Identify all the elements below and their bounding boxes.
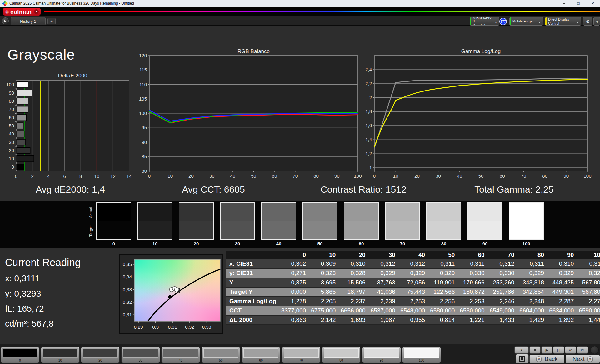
cie-xtick: 0,3 (152, 324, 159, 330)
minimize-button[interactable]: – (557, 0, 571, 7)
table-cell: 1,433 (490, 316, 519, 324)
back-label: Back (544, 356, 558, 362)
row-label: Y (226, 278, 281, 287)
back-button[interactable]: « Back (529, 355, 564, 363)
pattern-panel-up-button[interactable]: ▲ (514, 346, 529, 354)
tab-history-1[interactable]: History 1 (11, 17, 46, 25)
grayscale-swatch-80: 80 (426, 202, 461, 246)
chart-xtick: 10 (168, 173, 173, 179)
pattern-button-80[interactable]: 80 (322, 347, 361, 363)
settings-gear-button[interactable]: ⚙ (583, 17, 592, 26)
chart-xtick: 80 (313, 173, 319, 179)
pattern-label: 90 (362, 358, 401, 362)
pattern-button-60[interactable]: 60 (242, 347, 280, 363)
pattern-color-patch (243, 348, 278, 358)
cie-ytick: 0,34 (123, 274, 132, 279)
actual-patch (303, 203, 337, 221)
swatch-label: 90 (468, 241, 502, 246)
add-tab-button[interactable]: + (48, 18, 56, 24)
pattern-source-selector[interactable]: Mobile Forge ▼ (509, 17, 543, 26)
close-button[interactable]: ✕ (586, 0, 600, 7)
chart-ytick: 100 (139, 111, 147, 116)
status-indicator-light (591, 346, 599, 354)
measurement-table: 0102030405060708090100x: CIE310,3020,309… (226, 251, 571, 325)
pattern-button-40[interactable]: 40 (161, 347, 200, 363)
actual-patch (427, 203, 461, 221)
next-chevron-icon: » (587, 356, 593, 362)
row-label: ΔE 2000 (226, 316, 281, 324)
deltae-ytick: 10 (9, 156, 14, 161)
display-control-selector[interactable]: Direct Display Control ▼ (545, 17, 581, 26)
table-cell: 0,271 (281, 269, 311, 278)
pattern-button-50[interactable]: 50 (202, 347, 240, 363)
cie-xtick: 0,32 (185, 324, 194, 330)
table-cell: 2,237 (341, 297, 370, 306)
table-cell: 1,087 (371, 316, 400, 324)
table-cell: 1,892 (549, 316, 579, 324)
avg-cct-stat: Avg CCT: 6605 (182, 184, 245, 195)
grayscale-swatch-20: 20 (179, 202, 214, 246)
table-cell: 6656,000 (341, 306, 370, 315)
play-button[interactable]: ▶ (541, 346, 552, 354)
stop-button[interactable]: ■ (529, 346, 541, 354)
chart-ytick: 90 (142, 140, 147, 145)
table-cell: 0,311 (579, 259, 600, 268)
refresh-button[interactable]: ⟳ (577, 346, 588, 354)
table-cell: 6634,000 (549, 306, 579, 315)
pattern-color-patch (43, 348, 78, 358)
pattern-button-100[interactable]: 100 (402, 347, 441, 363)
meter-selector[interactable]: X-Rite i1Pro 3 Direct View ▼ (470, 17, 499, 26)
table-col-header-10: 10 (311, 251, 341, 259)
table-cell: 0,329 (519, 269, 549, 278)
pattern-color-patch (324, 348, 359, 358)
deltae-ytick: 50 (9, 123, 14, 128)
pattern-color-patch (163, 348, 198, 358)
meter-count-badge[interactable]: 677 (499, 18, 507, 25)
pattern-label: 50 (202, 358, 240, 362)
deltae-ytick: 20 (9, 148, 14, 153)
pattern-status-bar (510, 17, 511, 25)
target-patch (344, 221, 378, 239)
pattern-button-30[interactable]: 30 (121, 347, 160, 363)
actual-patch (386, 203, 419, 221)
grayscale-swatch-40: 40 (261, 202, 296, 246)
pattern-label: 70 (282, 358, 320, 362)
pattern-button-0[interactable]: 0 (1, 347, 39, 363)
table-cell: 0,329 (549, 269, 579, 278)
window-pattern-toggle-button[interactable] (516, 354, 529, 363)
pattern-button-90[interactable]: 90 (362, 347, 401, 363)
history-nav-button[interactable]: ▶ (2, 17, 9, 24)
continuous-measure-button[interactable]: ∞ (565, 346, 576, 354)
pattern-button-70[interactable]: 70 (282, 347, 321, 363)
next-button[interactable]: Next » (566, 355, 600, 363)
pattern-label: 40 (162, 358, 200, 362)
chevron-down-icon: ▼ (34, 9, 39, 14)
calman-menu-button[interactable]: ◈ calman ▼ (3, 8, 41, 16)
black-measurement-point (168, 295, 172, 298)
table-row: x: CIE310,3020,3090,3100,3120,3120,3110,… (226, 259, 600, 268)
pattern-color-patch (364, 348, 399, 358)
pattern-source-name: Mobile Forge (512, 19, 537, 23)
target-patch (386, 221, 419, 239)
step-measure-button[interactable]: [·] (553, 346, 564, 354)
table-cell: 75,443 (400, 288, 430, 296)
chart-ytick: 2,2 (365, 81, 372, 86)
swatch-label: 100 (509, 241, 544, 246)
chart-xtick: 30 (209, 173, 215, 179)
meter-mode: Direct View (473, 23, 490, 26)
pattern-button-20[interactable]: 20 (81, 347, 120, 363)
maximize-button[interactable]: □ (571, 0, 586, 7)
cie-ytick: 0,33 (123, 287, 132, 292)
chevron-down-icon: ▼ (577, 21, 579, 25)
deltae-bar-70 (17, 106, 28, 112)
chart-ytick: 2,4 (365, 67, 372, 72)
table-cell: 0,329 (579, 269, 600, 278)
table-cell: 0,309 (311, 259, 341, 268)
chevron-down-icon: ▼ (538, 21, 541, 25)
pattern-button-10[interactable]: 10 (41, 347, 80, 363)
row-label: Gamma Log/Log (226, 297, 281, 306)
reading-x: x: 0,3111 (5, 273, 40, 283)
pattern-label: 30 (122, 358, 160, 362)
collapse-panel-button[interactable]: ◀ (593, 17, 600, 26)
target-patch (468, 221, 502, 239)
